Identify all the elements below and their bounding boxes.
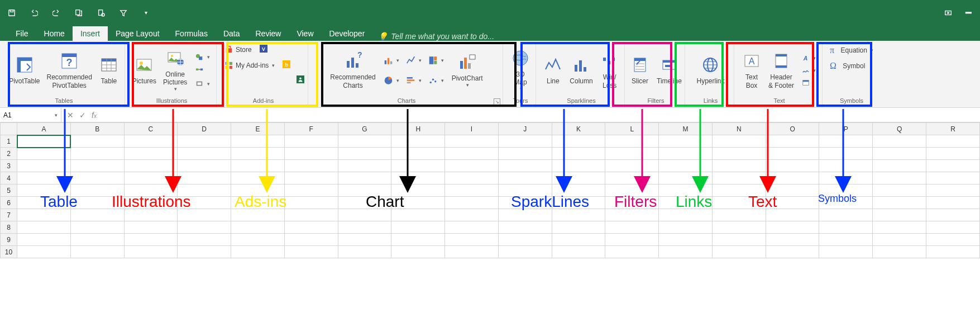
cell[interactable]	[70, 209, 124, 221]
cell[interactable]	[70, 197, 124, 209]
cell[interactable]	[926, 234, 980, 246]
pivotchart-button[interactable]: PivotChart▾	[451, 51, 484, 89]
cell[interactable]	[124, 172, 178, 184]
cell[interactable]	[17, 246, 71, 258]
qat-more-icon[interactable]	[73, 7, 85, 19]
cell[interactable]	[926, 172, 980, 184]
row-header[interactable]: 8	[1, 221, 17, 234]
cell[interactable]	[873, 197, 926, 209]
cell[interactable]	[338, 184, 391, 197]
column-header[interactable]: H	[391, 123, 445, 135]
cell[interactable]	[712, 246, 766, 258]
cell[interactable]	[338, 197, 391, 209]
cell[interactable]	[124, 148, 178, 160]
cell[interactable]	[498, 221, 552, 234]
column-header[interactable]: M	[659, 123, 713, 135]
table-button[interactable]: Table	[98, 54, 120, 86]
cell[interactable]	[70, 148, 124, 160]
3dmap-button[interactable]: 3D Map▾	[509, 47, 532, 94]
cell[interactable]	[445, 221, 499, 234]
cell[interactable]	[231, 209, 285, 221]
bing-addin-icon[interactable]: b	[283, 60, 290, 70]
cell[interactable]	[766, 148, 819, 160]
cell[interactable]	[873, 246, 926, 258]
cell[interactable]	[391, 160, 445, 172]
cell[interactable]	[178, 172, 231, 184]
cell[interactable]	[712, 234, 766, 246]
cell[interactable]	[712, 221, 766, 234]
hyperlink-button[interactable]: Hyperlink	[695, 54, 725, 86]
cell[interactable]	[445, 184, 499, 197]
bar-chart-button[interactable]: ▾	[404, 72, 424, 89]
cell[interactable]	[391, 234, 445, 246]
store-button[interactable]: Store	[222, 44, 254, 55]
column-header[interactable]: P	[819, 123, 873, 135]
row-header[interactable]: 1	[1, 135, 17, 148]
cell[interactable]	[284, 197, 338, 209]
cell[interactable]	[712, 172, 766, 184]
cell[interactable]	[766, 184, 819, 197]
tab-formulas[interactable]: Formulas	[168, 26, 216, 41]
cell[interactable]	[338, 160, 391, 172]
cell[interactable]	[178, 197, 231, 209]
header-footer-button[interactable]: Header & Footer	[767, 50, 795, 91]
cell[interactable]	[659, 172, 713, 184]
visio-addin-icon[interactable]: V	[260, 45, 267, 55]
cell[interactable]	[70, 246, 124, 258]
save-icon[interactable]	[6, 7, 18, 19]
cell[interactable]	[659, 184, 713, 197]
sparkline-line-button[interactable]: Line	[542, 54, 564, 86]
recommended-pivottables-button[interactable]: ? Recommended PivotTables	[46, 50, 93, 91]
tab-pagelayout[interactable]: Page Layout	[108, 26, 168, 41]
cell[interactable]	[338, 135, 391, 148]
row-header[interactable]: 10	[1, 246, 17, 258]
cell[interactable]	[445, 172, 499, 184]
column-header[interactable]: E	[231, 123, 285, 135]
cell[interactable]	[445, 209, 499, 221]
cell[interactable]	[605, 184, 659, 197]
column-header[interactable]: J	[498, 123, 552, 135]
wordart-button[interactable]: A▾	[800, 53, 818, 63]
cell[interactable]	[873, 234, 926, 246]
column-header[interactable]: F	[284, 123, 338, 135]
cell[interactable]	[124, 135, 178, 148]
cell[interactable]	[498, 184, 552, 197]
column-header[interactable]: D	[178, 123, 231, 135]
column-header[interactable]: K	[552, 123, 605, 135]
cell[interactable]	[498, 197, 552, 209]
cell[interactable]	[17, 148, 71, 160]
symbol-button[interactable]: Ω Symbol	[828, 60, 867, 72]
tab-home[interactable]: Home	[36, 26, 73, 41]
tab-view[interactable]: View	[289, 26, 321, 41]
cell[interactable]	[391, 197, 445, 209]
column-header[interactable]: Q	[873, 123, 926, 135]
cell[interactable]	[124, 234, 178, 246]
cell[interactable]	[873, 148, 926, 160]
cell[interactable]	[712, 160, 766, 172]
cell[interactable]	[284, 246, 338, 258]
my-addins-button[interactable]: My Add-ins▾	[222, 60, 277, 71]
column-header[interactable]: G	[338, 123, 391, 135]
cell[interactable]	[926, 184, 980, 197]
tab-data[interactable]: Data	[216, 26, 248, 41]
cell[interactable]	[819, 234, 873, 246]
cell[interactable]	[445, 135, 499, 148]
cell[interactable]	[873, 160, 926, 172]
cell[interactable]	[873, 221, 926, 234]
cell[interactable]	[819, 160, 873, 172]
cell[interactable]	[873, 135, 926, 148]
cell[interactable]	[17, 221, 71, 234]
cell[interactable]	[712, 197, 766, 209]
row-header[interactable]: 4	[1, 172, 17, 184]
shapes-button[interactable]: ▾	[193, 51, 212, 63]
pictures-button[interactable]: Pictures	[131, 54, 157, 86]
column-header[interactable]: B	[70, 123, 124, 135]
sparkline-winloss-button[interactable]: Win/ Loss	[599, 50, 621, 91]
cell[interactable]	[391, 184, 445, 197]
cell[interactable]	[231, 184, 285, 197]
treemap-chart-button[interactable]: ▾	[426, 51, 446, 69]
cell[interactable]	[712, 184, 766, 197]
row-header[interactable]: 5	[1, 184, 17, 197]
tell-me-search[interactable]: 💡 Tell me what you want to do...	[378, 32, 494, 41]
cell[interactable]	[70, 234, 124, 246]
